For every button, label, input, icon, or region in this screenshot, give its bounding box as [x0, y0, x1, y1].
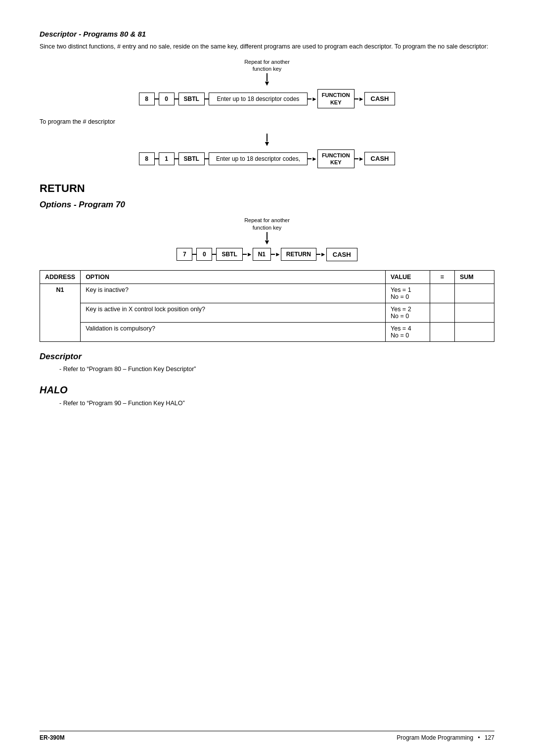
- td-option-x-control: Key is active in X control lock position…: [81, 303, 386, 322]
- box-cash-1: CASH: [364, 92, 396, 105]
- halo-subsection: HALO - Refer to “Program 90 – Function K…: [40, 384, 494, 407]
- box-0: 0: [159, 93, 175, 105]
- box-function-key-2: FUNCTIONKEY: [317, 149, 355, 169]
- box-n1: N1: [253, 248, 271, 261]
- diagram3-repeat-label: Repeat for another function key: [244, 217, 290, 231]
- box-sbtl-2: SBTL: [178, 152, 205, 165]
- diagram1-flow: 8 0 SBTL Enter up to 18 descriptor codes…: [139, 89, 396, 108]
- descriptor-programs-title: Descriptor - Programs 80 & 81: [40, 30, 494, 38]
- td-option-inactive: Key is inactive?: [81, 284, 386, 303]
- td-option-validation: Validation is compulsory?: [81, 322, 386, 341]
- options-program-title: Options - Program 70: [40, 200, 494, 210]
- box-cash-2: CASH: [364, 152, 396, 165]
- footer-page-number: 127: [485, 734, 494, 741]
- diagram2-flow: 8 1 SBTL Enter up to 18 descriptor codes…: [139, 149, 396, 169]
- diagram3-container: Repeat for another function key ▼ 7 0 SB…: [40, 217, 494, 261]
- descriptor-body-text: Since two distinct functions, # entry an…: [40, 42, 494, 51]
- td-eq-3: [430, 322, 455, 341]
- return-section: RETURN Options - Program 70 Repeat for a…: [40, 182, 494, 407]
- box-descriptor-codes: Enter up to 18 descriptor codes: [209, 93, 308, 105]
- table-row-n1-3: Validation is compulsory? Yes = 4No = 0: [40, 322, 494, 341]
- box-0b: 0: [196, 248, 212, 261]
- th-address: Address: [40, 270, 81, 284]
- th-equals: =: [430, 270, 455, 284]
- halo-refer-text: - Refer to “Program 90 – Function Key HA…: [59, 400, 494, 407]
- options-program-section: Options - Program 70 Repeat for another …: [40, 200, 494, 342]
- halo-title: HALO: [40, 384, 494, 396]
- box-8b: 8: [139, 152, 155, 165]
- footer-center: Program Mode Programming • 127: [397, 734, 494, 741]
- options-table: Address OPTION VALUE = SUM N1 Key is ina…: [40, 270, 494, 342]
- td-address-n1: N1: [40, 284, 81, 341]
- td-eq-2: [430, 303, 455, 322]
- to-program-hash-text: To program the # descriptor: [40, 117, 494, 127]
- th-sum: SUM: [455, 270, 494, 284]
- diagram3-flow: 7 0 SBTL ► N1 ► RETURN ► CASH: [177, 248, 357, 261]
- td-value-3: Yes = 4No = 0: [386, 322, 430, 341]
- td-sum-1: [455, 284, 494, 303]
- th-value: VALUE: [386, 270, 430, 284]
- box-sbtl-3: SBTL: [216, 248, 242, 261]
- td-value-2: Yes = 2No = 0: [386, 303, 430, 322]
- td-value-1: Yes = 1No = 0: [386, 284, 430, 303]
- page-footer: ER-390M Program Mode Programming • 127: [40, 731, 494, 741]
- descriptor-subsection: Descriptor - Refer to “Program 80 – Func…: [40, 352, 494, 373]
- diagram1-repeat-label: Repeat for another function key: [244, 58, 290, 73]
- box-return: RETURN: [281, 248, 316, 261]
- footer-dot: •: [478, 734, 480, 741]
- box-1: 1: [159, 152, 175, 165]
- diagram2-container: ▼ 8 1 SBTL Enter up to 18 descriptor cod…: [40, 134, 494, 169]
- box-sbtl: SBTL: [178, 93, 205, 105]
- td-sum-3: [455, 322, 494, 341]
- descriptor-subsection-title: Descriptor: [40, 352, 494, 362]
- box-7: 7: [177, 248, 192, 261]
- table-row-n1-1: N1 Key is inactive? Yes = 1No = 0: [40, 284, 494, 303]
- th-option: OPTION: [81, 270, 386, 284]
- footer-program-mode: Program Mode Programming: [397, 734, 473, 741]
- descriptor-refer-text: - Refer to “Program 80 – Function Key De…: [59, 366, 494, 373]
- box-descriptor-codes-2: Enter up to 18 descriptor codes,: [209, 152, 308, 165]
- return-title: RETURN: [40, 182, 494, 195]
- descriptor-programs-section: Descriptor - Programs 80 & 81 Since two …: [40, 30, 494, 168]
- td-sum-2: [455, 303, 494, 322]
- table-row-n1-2: Key is active in X control lock position…: [40, 303, 494, 322]
- box-8: 8: [139, 93, 155, 105]
- td-eq-1: [430, 284, 455, 303]
- box-function-key: FUNCTIONKEY: [317, 89, 355, 108]
- diagram1-container: Repeat for another function key ▼ 8 0 SB…: [40, 58, 494, 108]
- box-cash-3: CASH: [326, 248, 357, 261]
- footer-model: ER-390M: [40, 734, 65, 741]
